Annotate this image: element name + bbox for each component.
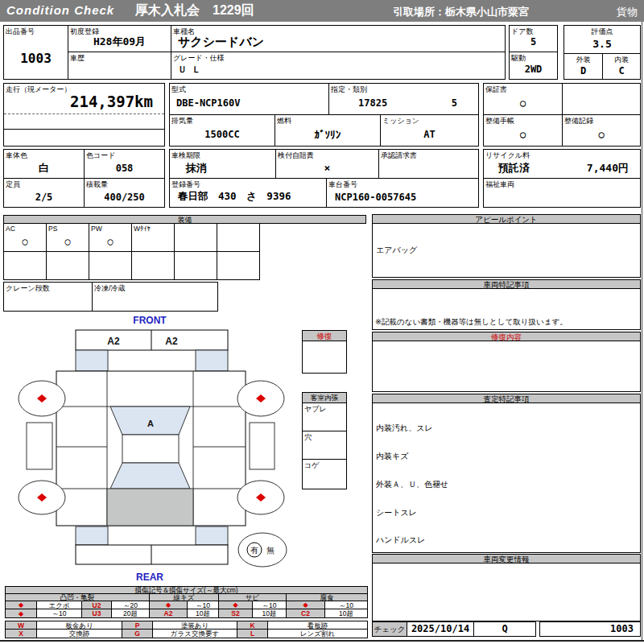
front-fender-left bbox=[76, 350, 108, 371]
registration-number-cell: 登録番号 春日部 430 さ 9396 bbox=[169, 178, 327, 208]
legend-code-x-label: 交換跡 bbox=[36, 629, 122, 638]
legend-size: 10超 bbox=[324, 609, 368, 618]
warranty-cell: 保証書 ○ bbox=[483, 83, 563, 115]
check-inspector-cell: Q bbox=[473, 621, 536, 637]
body-color-value: 白 bbox=[6, 159, 82, 177]
exterior-grade-value: D bbox=[566, 63, 601, 78]
equipment-cell-ac: AC ○ bbox=[3, 223, 47, 252]
maintenance-book-value: ○ bbox=[485, 124, 560, 145]
inspection-value: 抹消 bbox=[171, 159, 274, 177]
equipment-cell-r2-3 bbox=[89, 251, 132, 280]
insurance-cell: 検付自賠責 × bbox=[275, 149, 379, 179]
exterior-grade-cell: 外装 D bbox=[564, 53, 603, 80]
cabin-row-tear-label: ヤブレ bbox=[304, 404, 327, 415]
auction-title: 厚木入札会 1229回 bbox=[135, 2, 254, 19]
capacity-cell: 定員 2/5 bbox=[3, 178, 85, 208]
lot-number-label: 出品番号 bbox=[6, 27, 35, 37]
legend-code-x: X bbox=[5, 629, 37, 638]
doors-cell: ドア数 5 bbox=[509, 25, 558, 52]
equipment-label-ps: PS bbox=[48, 225, 57, 233]
score-cell: 評価点 3.5 bbox=[564, 25, 641, 54]
legend-size: ～10 bbox=[36, 609, 82, 618]
assessment-line: ハンドルスレ bbox=[376, 535, 637, 545]
chassis-number-cell: 車台番号 NCP160-0057645 bbox=[326, 178, 479, 208]
grade-value: Ｕ Ｌ bbox=[173, 61, 503, 78]
equipment-cell-r2-2 bbox=[46, 251, 89, 280]
repair-box-body bbox=[302, 341, 347, 374]
approval-label: 承認請求書 bbox=[381, 151, 417, 161]
legend-code-g-label: ガラス交換要す bbox=[152, 629, 237, 638]
spare-absent-label: 無 bbox=[266, 546, 275, 555]
displacement-value: 1500CC bbox=[171, 124, 273, 145]
damage-mark-windshield: A bbox=[147, 419, 154, 428]
check-date-cell: 2025/10/14 bbox=[407, 621, 474, 637]
crane-label: クレーン段数 bbox=[6, 283, 50, 294]
legend-size: 10超 bbox=[252, 609, 287, 618]
equipment-cell-r2-1 bbox=[3, 251, 47, 280]
equipment-cell-6 bbox=[217, 223, 260, 252]
cabin-row-hole: 穴 bbox=[302, 431, 347, 460]
equipment-cell-r2-5 bbox=[174, 251, 217, 280]
freezer-label: 冷凍/冷蔵 bbox=[94, 283, 126, 294]
capacity-value: 2/5 bbox=[6, 188, 82, 206]
color-code-value: 058 bbox=[86, 159, 163, 177]
cabin-lining-header: 客室内張 bbox=[302, 392, 347, 403]
crane-cell: クレーン段数 bbox=[3, 282, 93, 312]
fuel-value: ｶﾞｿﾘﾝ bbox=[277, 124, 378, 145]
drive-cell: 駆動 2WD bbox=[509, 52, 558, 80]
interior-grade-cell: 内装 C bbox=[602, 53, 641, 80]
cabin-row-burn-label: コゲ bbox=[304, 460, 319, 471]
equipment-cell-r2-6 bbox=[217, 251, 260, 280]
body-color-cell: 車体色 白 bbox=[3, 149, 85, 179]
spare-present-label: 有 bbox=[250, 546, 258, 555]
insurance-value: × bbox=[278, 159, 377, 177]
approval-cell: 承認請求書 bbox=[378, 149, 479, 179]
damage-mark-front-bumper-right: A2 bbox=[165, 336, 178, 347]
model-code-cell: 型式 DBE-NCP160V bbox=[169, 83, 329, 115]
car-diagram: FRONT A2 A2 A REAR 有 bbox=[0, 314, 299, 583]
appeal-line: エアバッグ bbox=[376, 246, 637, 256]
equipment-mark-ac: ○ bbox=[6, 233, 44, 250]
grade-cell: グレード・仕様 Ｕ Ｌ bbox=[171, 52, 506, 80]
appeal-points-body: エアバッグ ABS ETC bbox=[372, 223, 641, 278]
equipment-label-wtire: Wﾀｲﾔ bbox=[134, 225, 151, 233]
check-lot-value: 1003 bbox=[542, 622, 638, 635]
rear-fender-right bbox=[196, 526, 228, 545]
assessment-line: 外装Ａ、Ｕ、色褪せ bbox=[376, 480, 637, 489]
legend-code-l: L bbox=[237, 629, 268, 638]
warranty-spare-cell bbox=[562, 83, 641, 115]
vehicle-notes-disclaimer: ※記載のない書類・機器等は無しとして取り扱います。 bbox=[375, 317, 568, 328]
history-cell: 車歴 bbox=[68, 52, 171, 80]
equipment-mark-pw: ○ bbox=[91, 233, 130, 250]
model-code-value: DBE-NCP160V bbox=[171, 93, 327, 114]
legend-size: 10超 bbox=[187, 609, 219, 618]
warranty-value: ○ bbox=[485, 93, 560, 114]
model-name-value: サクシードバン bbox=[173, 33, 503, 51]
legend-code-u3: U3 bbox=[81, 609, 112, 618]
transmission-cell: ミッション AT bbox=[380, 114, 479, 147]
fuel-cell: 燃料 ｶﾞｿﾘﾝ bbox=[275, 114, 381, 147]
rear-window bbox=[110, 463, 190, 489]
appeal-line: ABS bbox=[376, 276, 637, 279]
mileage-value: 214,397km bbox=[6, 90, 163, 113]
maintenance-book-cell: 整備手帳 ○ bbox=[483, 114, 563, 147]
equipment-cell-pw: PW ○ bbox=[89, 223, 132, 252]
recycle-fee-value: 7,440円 bbox=[587, 161, 629, 175]
cabin-row-hole-label: 穴 bbox=[304, 432, 312, 443]
front-label: FRONT bbox=[133, 315, 167, 326]
title-bar: Condition Check 厚木入札会 1229回 引取場所：栃木県小山市粟… bbox=[0, 0, 644, 22]
registration-number-value: 春日部 430 さ 9396 bbox=[171, 188, 324, 206]
front-fender-right bbox=[196, 350, 228, 371]
interior-grade-value: C bbox=[605, 63, 638, 78]
mileage-cell: 走行（現メーター） 214,397km bbox=[3, 83, 165, 147]
category-badge: 貨物 bbox=[617, 5, 638, 19]
auction-sheet: Condition Check 厚木入札会 1229回 引取場所：栃木県小山市粟… bbox=[0, 0, 644, 644]
brand-logo: Condition Check bbox=[6, 3, 114, 17]
spare-tire-indicator bbox=[238, 533, 287, 567]
lot-number-cell: 出品番号 1003 bbox=[3, 25, 68, 80]
legend-diamond-icon: ◆ bbox=[5, 609, 37, 618]
pickup-location: 引取場所：栃木県小山市粟宮 bbox=[393, 5, 529, 19]
repair-box-header: 修復 bbox=[302, 330, 347, 341]
welfare-vehicle-label: 福祉車両 bbox=[485, 180, 514, 190]
mileage-divider-solid bbox=[4, 114, 164, 130]
